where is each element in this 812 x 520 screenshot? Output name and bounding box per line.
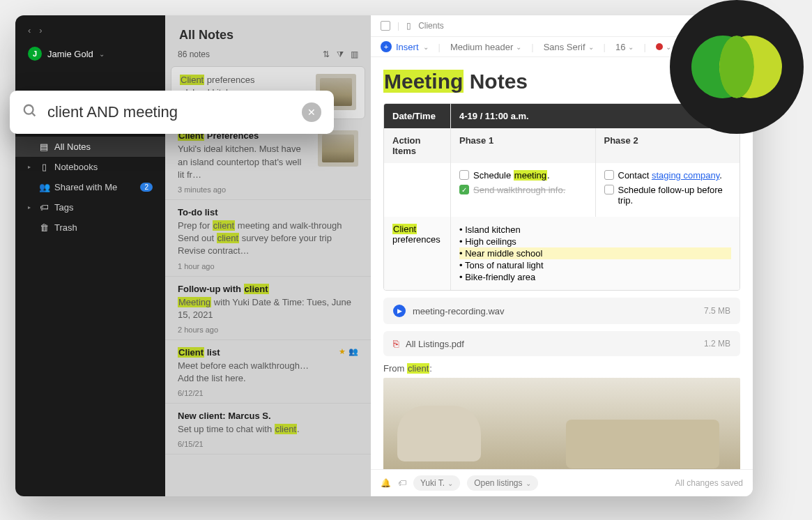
search-icon [22, 103, 38, 122]
notes-icon: ▤ [39, 142, 49, 152]
sidebar-item-label: Shared with Me [54, 182, 117, 192]
note-time: 6/12/21 [178, 389, 358, 397]
reminder-icon[interactable]: 🔔 [381, 478, 391, 488]
note-snippet: Yuki's ideal kitchen. Must have an islan… [178, 143, 309, 181]
search-popover: ✕ [10, 91, 334, 134]
heading-select[interactable]: Medium header ⌄ [450, 42, 521, 52]
from-label: From client: [383, 363, 740, 374]
view-icon[interactable]: ▥ [351, 49, 358, 59]
save-status: All changes saved [675, 478, 743, 488]
checkbox-checked[interactable]: ✓ [459, 185, 469, 194]
trash-icon: 🗑 [39, 222, 49, 233]
insert-button[interactable]: +Insert ⌄ [381, 41, 429, 52]
search-input[interactable] [47, 103, 292, 121]
svg-line-1 [32, 112, 36, 116]
note-snippet: Meeting with Yuki Date & Time: Tues, Jun… [178, 296, 358, 321]
pdf-icon: ⎘ [393, 338, 399, 349]
table-cell [384, 163, 451, 217]
note-count: 86 notes [178, 49, 210, 59]
badge-count: 2 [140, 183, 153, 192]
table-cell[interactable]: Island kitchenHigh ceilingsNear middle s… [451, 217, 740, 290]
sidebar-item-notebooks[interactable]: ▸▯Notebooks [15, 157, 165, 177]
shared-icon: 👥 [348, 347, 358, 360]
left-sidebar: ‹ › J Jamie Gold ⌄ ▸★Shortcuts ▤All Note… [15, 15, 165, 496]
table-cell: Action Items [384, 128, 451, 163]
table-cell: Clientpreferences [384, 217, 451, 290]
note-card[interactable]: New client: Marcus S. Set up time to cha… [165, 404, 371, 454]
nav-back-icon[interactable]: ‹ [28, 25, 31, 36]
sidebar-item-tags[interactable]: ▸🏷Tags [15, 197, 165, 217]
note-table: Date/Time 4-19 / 11:00 a.m. Action Items… [383, 103, 740, 291]
attachment-size: 7.5 MB [704, 306, 730, 316]
attachment-name: All Listings.pdf [406, 339, 464, 349]
list-item: Island kitchen [459, 224, 731, 236]
plus-icon: + [381, 41, 392, 52]
list-item: Bike-friendly area [459, 271, 731, 283]
brand-badge [670, 0, 804, 134]
note-snippet: Prep for client meeting and walk-through… [178, 220, 358, 258]
attachment-row[interactable]: ⎘All Listings.pdf1.2 MB [383, 331, 740, 356]
chevron-down-icon: ⌄ [99, 50, 105, 58]
link[interactable]: staging company [652, 170, 719, 181]
sidebar-item-label: Trash [54, 222, 77, 233]
avatar: J [28, 47, 42, 61]
note-time: 3 minutes ago [178, 185, 309, 194]
attachment-row[interactable]: ▶meeting-recording.wav7.5 MB [383, 298, 740, 324]
notebook-icon: ▯ [39, 162, 49, 172]
sidebar-item-shared[interactable]: 👥Shared with Me2 [15, 177, 165, 197]
add-tag-icon[interactable]: 🏷 [398, 478, 406, 488]
attachment-name: meeting-recording.wav [413, 306, 505, 316]
play-icon: ▶ [393, 305, 406, 317]
sidebar-item-label: Tags [54, 202, 73, 213]
shared-icon: 👥 [39, 182, 49, 192]
sidebar-item-label: Notebooks [54, 162, 98, 172]
sidebar-item-all-notes[interactable]: ▤All Notes [15, 137, 165, 157]
note-title: Client list [178, 347, 220, 358]
checkbox[interactable] [604, 170, 614, 180]
venn-icon [691, 36, 782, 98]
checkbox[interactable] [604, 185, 614, 194]
note-card[interactable]: Client list ★👥 Meet before each walkthro… [165, 340, 371, 404]
note-snippet: Set up time to chat with client. [178, 423, 358, 436]
clear-search-button[interactable]: ✕ [302, 102, 321, 122]
table-cell: Phase 1 [451, 128, 596, 163]
account-switcher[interactable]: J Jamie Gold ⌄ [15, 43, 165, 69]
user-name: Jamie Gold [47, 49, 93, 59]
list-item: Tons of natural light [459, 259, 731, 271]
note-list-panel: All Notes 86 notes ⇅ ⧩ ▥ Client preferen… [165, 15, 371, 496]
svg-point-0 [24, 105, 33, 114]
font-select[interactable]: Sans Serif ⌄ [544, 42, 594, 52]
note-title: Follow-up with client [178, 284, 358, 294]
note-time: 1 hour ago [178, 262, 358, 270]
note-card[interactable]: To-do list Prep for client meeting and w… [165, 200, 371, 277]
note-title: New client: Marcus S. [178, 411, 358, 421]
note-card[interactable]: Client Preferences Yuki's ideal kitchen.… [165, 123, 371, 200]
note-thumbnail [318, 130, 358, 167]
sort-icon[interactable]: ⇅ [323, 49, 330, 59]
font-size-select[interactable]: 16 ⌄ [615, 42, 634, 52]
tag-chip[interactable]: Open listings ⌄ [467, 475, 537, 491]
table-cell: Phase 2 [596, 128, 740, 163]
filter-icon[interactable]: ⧩ [337, 49, 344, 59]
text-color-button[interactable]: ⌄ [656, 43, 671, 51]
table-header-cell: Date/Time [384, 104, 451, 128]
note-card[interactable]: Follow-up with client Meeting with Yuki … [165, 277, 371, 340]
checkbox[interactable] [459, 170, 469, 180]
note-title: To-do list [178, 207, 358, 217]
note-snippet: Meet before each walkthrough… Add the li… [178, 360, 358, 385]
breadcrumb[interactable]: Clients [418, 21, 444, 31]
list-item: Near middle school [459, 247, 731, 259]
note-image[interactable] [383, 378, 740, 469]
tag-icon: 🏷 [39, 202, 49, 213]
note-list-title: All Notes [179, 28, 357, 43]
table-cell[interactable]: Contact staging company. Schedule follow… [596, 163, 740, 217]
list-item: High ceilings [459, 236, 731, 247]
expand-icon[interactable] [381, 21, 390, 31]
note-time: 6/15/21 [178, 440, 358, 448]
attachment-size: 1.2 MB [704, 339, 730, 349]
note-time: 2 hours ago [178, 326, 358, 334]
sidebar-item-trash[interactable]: 🗑Trash [15, 217, 165, 238]
table-cell[interactable]: Schedule meeting. ✓Send walkthrough info… [451, 163, 596, 217]
tag-chip[interactable]: Yuki T. ⌄ [413, 475, 460, 491]
nav-forward-icon[interactable]: › [39, 25, 42, 36]
